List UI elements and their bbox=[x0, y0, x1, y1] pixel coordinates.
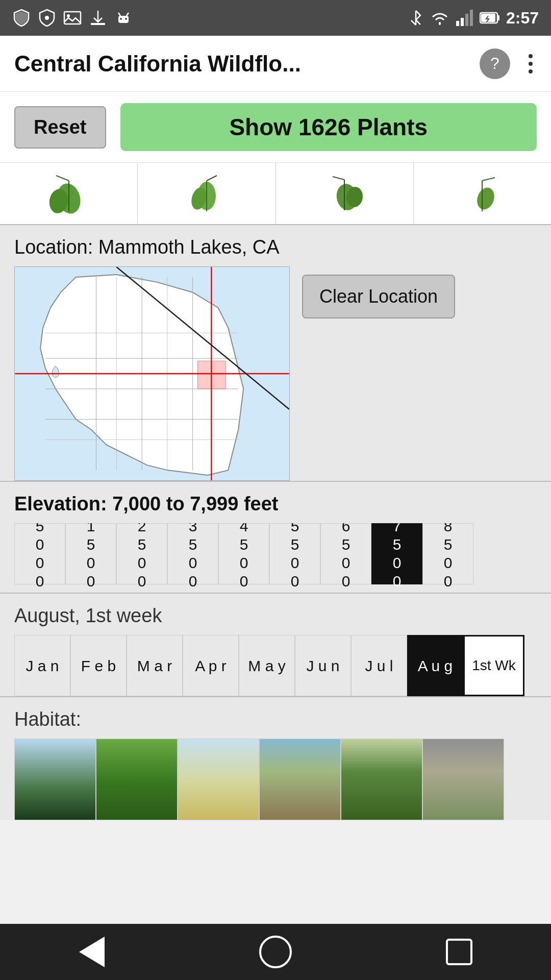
svg-rect-12 bbox=[497, 15, 499, 20]
elevation-item-7[interactable]: 7 5 0 0 bbox=[371, 523, 422, 584]
leaf-icon-3 bbox=[321, 170, 367, 216]
recents-icon bbox=[446, 939, 472, 965]
location-content: Clear Location bbox=[14, 266, 537, 481]
svg-rect-8 bbox=[461, 18, 464, 26]
habitat-section: Habitat: bbox=[0, 696, 551, 820]
elevation-item-8[interactable]: 8 5 0 0 bbox=[422, 523, 473, 584]
dot3 bbox=[529, 69, 533, 74]
leaf-icon-4 bbox=[459, 170, 505, 216]
leaf-cell-3[interactable] bbox=[276, 163, 414, 224]
habitat-image-forest[interactable] bbox=[341, 739, 422, 820]
month-picker: J a nF e bM a rA p rM a yJ u nJ u lA u g… bbox=[14, 635, 537, 696]
elevation-label: Elevation: 7,000 to 7,999 feet bbox=[14, 493, 537, 515]
svg-point-2 bbox=[67, 14, 70, 17]
battery-icon bbox=[480, 11, 500, 25]
more-button[interactable] bbox=[524, 50, 537, 78]
nav-back-button[interactable] bbox=[71, 932, 112, 972]
location-section: Location: Mammoth Lakes, CA bbox=[0, 225, 551, 481]
month-item-2[interactable]: M a r bbox=[127, 635, 183, 696]
top-bar: Central California Wildflo... ? bbox=[0, 36, 551, 92]
home-icon bbox=[259, 936, 292, 968]
svg-line-25 bbox=[333, 177, 344, 180]
svg-rect-13 bbox=[481, 14, 495, 22]
location-label: Location: Mammoth Lakes, CA bbox=[14, 236, 537, 258]
week-item-0[interactable]: 1st Wk bbox=[463, 635, 524, 696]
status-icons-right: 2:57 bbox=[408, 9, 539, 28]
svg-rect-1 bbox=[64, 12, 81, 24]
image-icon bbox=[63, 9, 82, 27]
status-icons-left bbox=[12, 9, 133, 27]
month-item-5[interactable]: J u n bbox=[295, 635, 351, 696]
elevation-section: Elevation: 7,000 to 7,999 feet 5 0 0 01 … bbox=[0, 481, 551, 593]
habitat-image-snow[interactable] bbox=[14, 739, 96, 820]
nav-recents-button[interactable] bbox=[439, 932, 480, 972]
svg-point-26 bbox=[474, 185, 497, 212]
shield1-icon bbox=[12, 9, 31, 27]
elevation-picker: 5 0 0 01 5 0 02 5 0 03 5 0 04 5 0 05 5 0… bbox=[14, 523, 537, 593]
bottom-navigation bbox=[0, 924, 551, 980]
month-item-3[interactable]: A p r bbox=[183, 635, 239, 696]
svg-point-0 bbox=[45, 16, 49, 20]
show-plants-button[interactable]: Show 1626 Plants bbox=[120, 103, 537, 151]
clear-location-button[interactable]: Clear Location bbox=[302, 275, 455, 318]
habitat-image-green[interactable] bbox=[96, 739, 178, 820]
app-title: Central California Wildflo... bbox=[14, 51, 480, 77]
elevation-range: 7,000 to 7,999 feet bbox=[112, 493, 278, 514]
svg-line-17 bbox=[56, 176, 69, 181]
elevation-item-2[interactable]: 2 5 0 0 bbox=[116, 523, 167, 584]
month-item-1[interactable]: F e b bbox=[70, 635, 127, 696]
month-section: August, 1st week J a nF e bM a rA p rM a… bbox=[0, 593, 551, 696]
elevation-item-5[interactable]: 5 5 0 0 bbox=[269, 523, 320, 584]
elevation-item-4[interactable]: 4 5 0 0 bbox=[218, 523, 269, 584]
leaf-cell-1[interactable] bbox=[0, 163, 138, 224]
habitat-image-desert[interactable] bbox=[178, 739, 259, 820]
habitat-images bbox=[14, 739, 537, 820]
elevation-item-6[interactable]: 6 5 0 0 bbox=[320, 523, 371, 584]
habitat-image-cloudy[interactable] bbox=[422, 739, 504, 820]
shield2-icon bbox=[38, 9, 56, 27]
leaf-thumbnail-row bbox=[0, 163, 551, 225]
leaf-icon-2 bbox=[184, 170, 230, 216]
reset-button[interactable]: Reset bbox=[14, 106, 106, 149]
month-label: August, 1st week bbox=[14, 605, 537, 627]
download-icon bbox=[89, 9, 107, 27]
svg-line-20 bbox=[207, 176, 217, 181]
dot1 bbox=[529, 54, 533, 58]
top-bar-actions: ? bbox=[480, 48, 537, 79]
signal-icon bbox=[456, 9, 473, 27]
habitat-label: Habitat: bbox=[14, 708, 537, 730]
svg-rect-7 bbox=[456, 21, 459, 26]
status-bar: 2:57 bbox=[0, 0, 551, 36]
bluetooth-icon bbox=[408, 9, 423, 27]
elevation-item-0[interactable]: 5 0 0 0 bbox=[14, 523, 65, 584]
location-actions: Clear Location bbox=[302, 266, 455, 318]
svg-rect-10 bbox=[470, 10, 473, 26]
help-button[interactable]: ? bbox=[480, 48, 510, 79]
android-icon bbox=[114, 9, 133, 27]
time-display: 2:57 bbox=[506, 9, 539, 28]
svg-rect-3 bbox=[91, 23, 105, 25]
back-icon bbox=[79, 937, 105, 967]
action-row: Reset Show 1626 Plants bbox=[0, 92, 551, 163]
habitat-image-valley[interactable] bbox=[259, 739, 341, 820]
wifi-icon bbox=[430, 9, 450, 27]
leaf-cell-4[interactable] bbox=[414, 163, 551, 224]
svg-rect-4 bbox=[118, 16, 129, 23]
nav-home-button[interactable] bbox=[255, 932, 296, 972]
svg-point-5 bbox=[120, 18, 122, 20]
month-item-6[interactable]: J u l bbox=[351, 635, 407, 696]
elevation-item-1[interactable]: 1 5 0 0 bbox=[65, 523, 116, 584]
elevation-item-3[interactable]: 3 5 0 0 bbox=[167, 523, 218, 584]
month-item-7[interactable]: A u g bbox=[407, 635, 463, 696]
map-container[interactable] bbox=[14, 266, 290, 481]
month-item-0[interactable]: J a n bbox=[14, 635, 70, 696]
svg-line-28 bbox=[482, 178, 495, 181]
svg-point-6 bbox=[125, 18, 127, 20]
leaf-cell-2[interactable] bbox=[138, 163, 276, 224]
svg-rect-9 bbox=[465, 14, 468, 26]
california-map bbox=[15, 267, 289, 480]
month-item-4[interactable]: M a y bbox=[239, 635, 295, 696]
leaf-icon-1 bbox=[46, 170, 92, 216]
dot2 bbox=[529, 62, 533, 66]
